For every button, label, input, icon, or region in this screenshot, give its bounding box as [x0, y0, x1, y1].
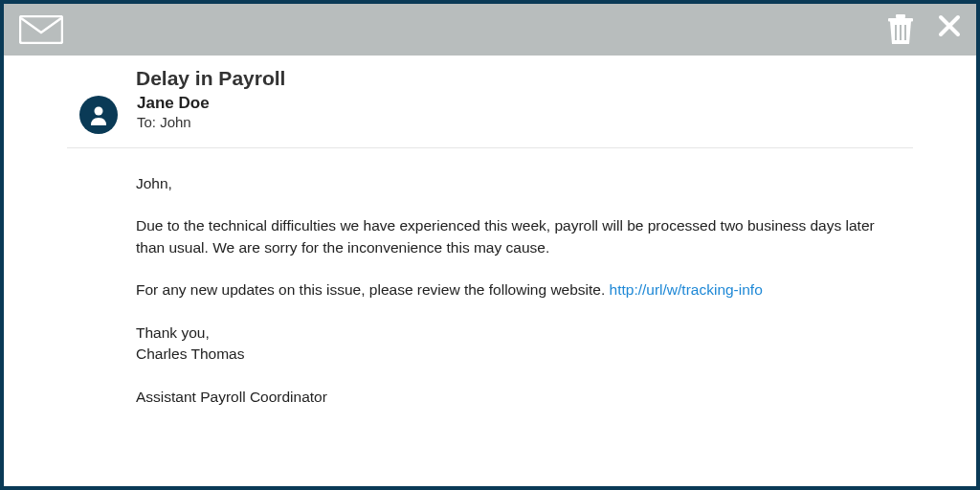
- header-right: [886, 13, 961, 46]
- person-icon: [89, 104, 108, 125]
- greeting: John,: [136, 173, 892, 194]
- header-bar: [4, 4, 976, 56]
- trash-icon[interactable]: [886, 13, 915, 46]
- to-line: To: John: [137, 114, 210, 130]
- body-p2-prefix: For any new updates on this issue, pleas…: [136, 281, 610, 298]
- svg-point-8: [95, 107, 103, 116]
- signer-title: Assistant Payroll Coordinator: [136, 387, 892, 408]
- sender-name: Jane Doe: [137, 94, 210, 113]
- thank-you: Thank you,: [136, 323, 892, 344]
- svg-rect-2: [896, 14, 905, 18]
- sender-meta: Jane Doe To: John: [137, 94, 210, 130]
- header-left: [19, 15, 63, 44]
- email-window: Delay in Payroll Jane Doe To: John Joh: [0, 0, 980, 490]
- recipient-name: John: [160, 114, 191, 130]
- avatar[interactable]: [79, 96, 118, 134]
- body-paragraph-1: Due to the technical difficulties we hav…: [136, 215, 892, 258]
- svg-rect-0: [20, 16, 62, 43]
- sender-row: Jane Doe To: John: [67, 94, 913, 148]
- to-label: To:: [137, 114, 156, 130]
- close-icon[interactable]: [938, 13, 961, 42]
- tracking-link[interactable]: http://url/w/tracking-info: [610, 281, 763, 298]
- svg-rect-1: [888, 18, 913, 22]
- email-subject: Delay in Payroll: [136, 67, 913, 90]
- body-paragraph-2: For any new updates on this issue, pleas…: [136, 279, 892, 301]
- email-body: John, Due to the technical difficulties …: [136, 173, 892, 408]
- signoff: Thank you, Charles Thomas: [136, 323, 892, 366]
- email-content: Delay in Payroll Jane Doe To: John Joh: [4, 56, 976, 486]
- envelope-icon[interactable]: [19, 15, 63, 44]
- signer-name: Charles Thomas: [136, 344, 892, 365]
